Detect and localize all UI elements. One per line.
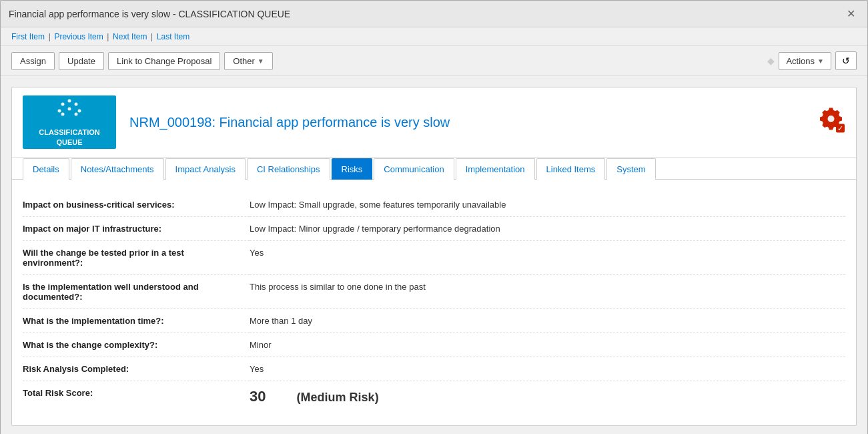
- risk-value-6: Yes: [250, 357, 845, 381]
- other-dropdown-button[interactable]: Other ▼: [224, 52, 272, 70]
- record-title: NRM_000198: Financial app performance is…: [129, 115, 845, 130]
- record-header: CLASSIFICATION QUEUE NRM_000198: Financi…: [12, 87, 856, 158]
- svg-point-2: [75, 103, 78, 106]
- other-label: Other: [233, 56, 255, 66]
- badge-line1: CLASSIFICATION: [39, 128, 99, 137]
- table-row: What is the change complexity?: Minor: [23, 333, 845, 357]
- total-score-row: Total Risk Score: 30 (Medium Risk): [23, 381, 845, 413]
- medium-risk-label: (Medium Risk): [297, 391, 379, 404]
- risk-value-5: Minor: [250, 333, 845, 357]
- table-row: What is the implementation time?: More t…: [23, 309, 845, 333]
- main-content: CLASSIFICATION QUEUE NRM_000198: Financi…: [1, 76, 867, 434]
- close-button[interactable]: ✕: [843, 6, 859, 21]
- tab-system[interactable]: System: [606, 158, 655, 180]
- tab-implementation[interactable]: Implementation: [456, 158, 535, 180]
- svg-point-5: [68, 107, 71, 111]
- record-card: CLASSIFICATION QUEUE NRM_000198: Financi…: [11, 87, 857, 426]
- tab-ci[interactable]: CI Relationships: [247, 158, 330, 180]
- risk-label-5: What is the change complexity?:: [23, 333, 250, 357]
- actions-dropdown-arrow: ▼: [817, 57, 824, 65]
- tabs: Details Notes/Attachments Impact Analysi…: [12, 158, 856, 180]
- nav-sep-1: |: [49, 32, 51, 41]
- tab-linked-items[interactable]: Linked Items: [536, 158, 606, 180]
- tab-details[interactable]: Details: [23, 158, 69, 180]
- nav-sep-2: |: [107, 32, 109, 41]
- table-row: Will the change be tested prior in a tes…: [23, 241, 845, 275]
- svg-text:✓: ✓: [837, 124, 843, 132]
- actions-label: Actions: [786, 56, 815, 66]
- link-change-proposal-button[interactable]: Link to Change Proposal: [108, 52, 220, 70]
- tab-notes[interactable]: Notes/Attachments: [71, 158, 164, 180]
- svg-point-1: [61, 103, 65, 106]
- nav-sep-3: |: [151, 32, 153, 41]
- refresh-icon: ↺: [842, 55, 850, 66]
- table-row: Impact on business-critical services: Lo…: [23, 193, 845, 217]
- risk-value-3: This process is similar to one done in t…: [250, 275, 845, 309]
- risk-value-4: More than 1 day: [250, 309, 845, 333]
- badge-line2: QUEUE: [56, 138, 82, 147]
- risks-tab-content: Impact on business-critical services: Lo…: [12, 180, 856, 425]
- table-row: Risk Analysis Completed: Yes: [23, 357, 845, 381]
- nav-bar: First Item | Previous Item | Next Item |…: [1, 27, 867, 46]
- risk-label-4: What is the implementation time?:: [23, 309, 250, 333]
- toolbar-right: ◆ Actions ▼ ↺: [767, 51, 857, 70]
- table-row: Is the implementation well understood an…: [23, 275, 845, 309]
- svg-point-8: [828, 116, 835, 122]
- main-dialog: Financial app performance is very slow -…: [0, 0, 868, 434]
- diamond-icon: ◆: [767, 55, 775, 66]
- risk-label-6: Risk Analysis Completed:: [23, 357, 250, 381]
- svg-point-6: [61, 113, 65, 116]
- title-bar: Financial app performance is very slow -…: [1, 1, 867, 27]
- gear-icon: ✓: [819, 107, 845, 138]
- last-item-link[interactable]: Last Item: [157, 32, 189, 41]
- classification-badge: CLASSIFICATION QUEUE: [23, 95, 116, 149]
- toolbar: Assign Update Link to Change Proposal Ot…: [1, 46, 867, 76]
- update-button[interactable]: Update: [59, 52, 104, 70]
- svg-point-3: [58, 110, 61, 113]
- risk-label-2: Will the change be tested prior in a tes…: [23, 241, 250, 275]
- badge-icon: [53, 97, 86, 125]
- risk-label-0: Impact on business-critical services:: [23, 193, 250, 217]
- risk-label-1: Impact on major IT infrastructure:: [23, 217, 250, 241]
- table-row: Impact on major IT infrastructure: Low I…: [23, 217, 845, 241]
- total-score-label: Total Risk Score:: [23, 381, 250, 413]
- dialog-title: Financial app performance is very slow -…: [9, 9, 290, 19]
- next-item-link[interactable]: Next Item: [113, 32, 147, 41]
- risk-value-1: Low Impact: Minor upgrade / temporary pe…: [250, 217, 845, 241]
- svg-point-0: [68, 99, 71, 103]
- risk-value-0: Low Impact: Small upgrade, some features…: [250, 193, 845, 217]
- tab-risks[interactable]: Risks: [332, 158, 373, 180]
- first-item-link[interactable]: First Item: [11, 32, 45, 41]
- svg-point-7: [75, 113, 78, 116]
- svg-point-4: [78, 110, 81, 113]
- score-number: 30: [250, 388, 266, 405]
- tab-impact[interactable]: Impact Analysis: [165, 158, 246, 180]
- other-dropdown-arrow: ▼: [258, 57, 264, 65]
- tab-communication[interactable]: Communication: [374, 158, 454, 180]
- assign-button[interactable]: Assign: [11, 52, 55, 70]
- risks-table: Impact on business-critical services: Lo…: [23, 193, 845, 412]
- actions-dropdown-button[interactable]: Actions ▼: [779, 52, 831, 70]
- risk-label-3: Is the implementation well understood an…: [23, 275, 250, 309]
- total-score-value: 30 (Medium Risk): [250, 381, 845, 413]
- risk-value-2: Yes: [250, 241, 845, 275]
- refresh-button[interactable]: ↺: [835, 51, 857, 70]
- previous-item-link[interactable]: Previous Item: [54, 32, 103, 41]
